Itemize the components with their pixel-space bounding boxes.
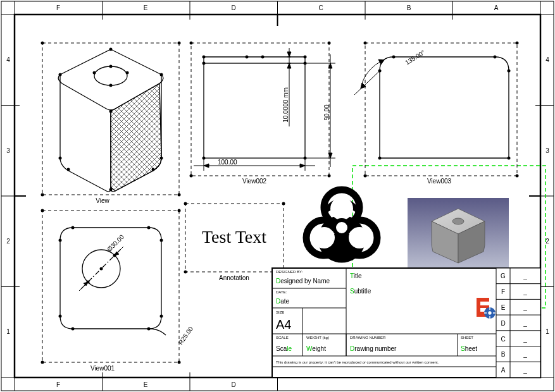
svg-text:_: _	[523, 320, 527, 327]
drawing-sheet: { "frame": { "cols_top": ["F","E","D","C…	[0, 0, 555, 392]
svg-point-52	[160, 157, 163, 160]
annotation-text: Test Text	[202, 227, 266, 247]
svg-point-66	[160, 239, 163, 242]
svg-point-46	[109, 110, 113, 113]
rev-G: G	[501, 273, 506, 279]
svg-point-112	[516, 42, 519, 45]
svg-point-82	[328, 175, 331, 178]
dim-100: 100.00	[218, 159, 237, 166]
svg-point-55	[152, 168, 155, 171]
tb-designedby-h: DESIGNED BY:	[276, 270, 303, 274]
svg-point-93	[246, 56, 249, 59]
col-top-A: A	[494, 4, 499, 11]
svg-text:_: _	[523, 367, 527, 374]
svg-point-127	[184, 271, 187, 274]
col-bot-D: D	[231, 381, 235, 388]
symbol-biohazard[interactable]: Symbol	[306, 190, 377, 277]
svg-point-89	[203, 62, 206, 65]
col-top-F: F	[56, 4, 60, 11]
row-right-3: 3	[546, 147, 549, 154]
svg-point-64	[72, 226, 75, 230]
view-002[interactable]: 100.00 10.0000 mm 90.00 View002	[190, 42, 336, 185]
view-001-label: View001	[90, 365, 115, 372]
view-002-label: View002	[242, 178, 267, 185]
svg-text:_: _	[523, 351, 527, 358]
dim-r25: R25.00	[177, 325, 195, 346]
svg-rect-56	[42, 211, 179, 362]
annotation-label: Annotation	[219, 274, 249, 281]
svg-marker-103	[287, 52, 291, 57]
svg-point-135	[349, 227, 370, 248]
svg-point-53	[109, 188, 113, 192]
svg-point-68	[147, 328, 151, 331]
svg-point-79	[190, 42, 193, 45]
svg-point-41	[178, 193, 181, 197]
svg-text:Scale: Scale	[276, 345, 292, 352]
tb-designedby: esigned by Name	[280, 278, 330, 285]
svg-point-90	[304, 62, 307, 65]
tb-sheet-h: SHEET	[461, 336, 473, 340]
svg-point-120	[508, 70, 511, 73]
svg-point-40	[41, 193, 44, 197]
dim-90: 90.00	[323, 104, 330, 120]
dim-10mm: 10.0000 mm	[282, 87, 289, 123]
svg-point-178	[489, 312, 491, 314]
row-left-1: 1	[6, 328, 10, 335]
col-bot-E: E	[144, 381, 148, 388]
svg-point-47	[93, 71, 96, 75]
svg-point-63	[59, 239, 62, 242]
dim-dia30: Ø30.00	[106, 233, 125, 253]
tb-date-h: DATE:	[276, 290, 287, 294]
svg-text:_: _	[523, 288, 527, 295]
rev-E: E	[501, 304, 506, 311]
view-001[interactable]: Ø30.00 R25.00 View001	[41, 209, 195, 372]
view-iso-label: View	[96, 197, 109, 204]
svg-point-88	[304, 56, 307, 59]
svg-text:_: _	[523, 336, 527, 343]
svg-point-70	[59, 315, 62, 318]
svg-point-118	[392, 56, 396, 59]
tb-weight-h: WEIGHT (kg)	[306, 336, 329, 340]
svg-text:_: _	[523, 273, 527, 279]
svg-point-80	[328, 42, 331, 45]
svg-point-81	[190, 175, 193, 178]
col-top-B: B	[407, 4, 411, 11]
svg-point-114	[516, 175, 519, 178]
svg-marker-99	[300, 164, 305, 168]
view-003[interactable]: 135.00° View003	[354, 42, 519, 185]
svg-point-50	[109, 84, 113, 87]
row-right-4: 4	[546, 56, 549, 63]
view-003-label: View003	[427, 178, 452, 185]
svg-point-126	[282, 202, 285, 205]
col-top-D: D	[231, 4, 235, 11]
row-right-1: 1	[546, 328, 549, 335]
svg-text:Sheet: Sheet	[461, 345, 477, 352]
svg-point-65	[147, 226, 151, 230]
svg-point-54	[67, 168, 70, 171]
svg-point-57	[41, 209, 44, 212]
svg-point-125	[184, 202, 187, 205]
svg-point-42	[94, 66, 127, 85]
tb-size: A4	[276, 317, 291, 331]
tb-size-h: SIZE	[276, 310, 284, 314]
title-block: DESIGNED BY: Designed by Name DATE: Date…	[272, 268, 540, 377]
view-iso[interactable]: View	[41, 42, 181, 205]
svg-point-49	[109, 65, 113, 68]
svg-point-119	[494, 56, 497, 59]
svg-rect-175	[480, 302, 489, 305]
col-bot-F: F	[56, 381, 60, 388]
annotation-view[interactable]: Test Text Annotation	[184, 202, 285, 282]
svg-point-116	[508, 157, 511, 160]
tb-dn-h: DRAWING NUMBER	[350, 336, 386, 340]
row-left-4: 4	[6, 56, 10, 63]
sheet-svg: F E D C B A F E D 4 3	[0, 0, 555, 392]
dim-135: 135.00°	[404, 49, 426, 66]
row-left-3: 3	[6, 147, 10, 154]
svg-point-69	[72, 328, 75, 331]
rev-A: A	[501, 367, 506, 374]
col-top-E: E	[144, 4, 148, 11]
svg-text:Title: Title	[350, 273, 362, 279]
svg-point-45	[59, 73, 62, 77]
svg-point-144	[452, 218, 464, 224]
svg-point-44	[160, 73, 163, 77]
